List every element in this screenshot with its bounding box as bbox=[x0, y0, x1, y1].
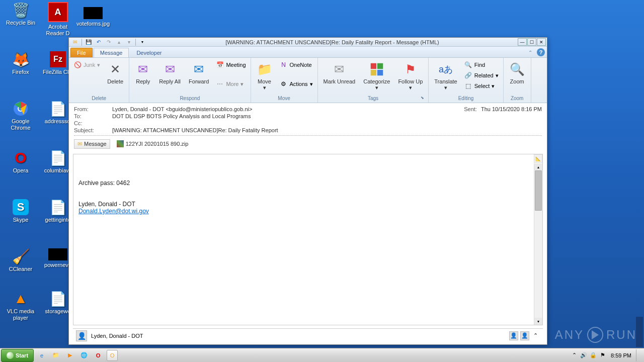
mark-unread-button[interactable]: ✉Mark Unread bbox=[320, 60, 359, 86]
chrome-icon bbox=[13, 101, 29, 117]
taskbar-ie[interactable]: e bbox=[36, 350, 47, 361]
meeting-button[interactable]: 📅Meeting bbox=[213, 60, 248, 70]
separator bbox=[82, 39, 82, 46]
desktop-icon-recycle-bin[interactable]: 🗑️Recycle Bin bbox=[3, 2, 38, 26]
select-button[interactable]: ⬚Select ▾ bbox=[462, 81, 501, 91]
quick-access-toolbar: ✉ 💾 ↶ ↷ ▴ ▾ ▼ bbox=[69, 38, 147, 46]
undo-button[interactable]: ↶ bbox=[94, 38, 103, 46]
ribbon-group-delete: 🚫Junk ▾ ✕Delete Delete bbox=[69, 58, 129, 103]
translate-button[interactable]: aあTranslate▾ bbox=[431, 60, 460, 92]
categorize-button[interactable]: Categorize▾ bbox=[360, 60, 393, 92]
vertical-scrollbar[interactable]: ▴ ▾ bbox=[534, 163, 542, 325]
desktop-icon-ccleaner[interactable]: 🧹CCleaner bbox=[3, 248, 38, 273]
followup-button[interactable]: ⚑Follow Up▾ bbox=[394, 60, 426, 92]
group-label: Respond bbox=[131, 95, 248, 102]
to-label: To: bbox=[74, 113, 112, 119]
tab-file[interactable]: File bbox=[70, 48, 93, 57]
attachment-file[interactable]: 122YJI 20201015 890.zip bbox=[113, 139, 192, 149]
svg-rect-4 bbox=[377, 63, 383, 69]
close-button[interactable]: ✕ bbox=[537, 38, 546, 46]
desktop-icon-skype[interactable]: SSkype bbox=[3, 199, 38, 223]
tray-show-desktop[interactable] bbox=[636, 349, 641, 361]
tab-developer[interactable]: Developer bbox=[130, 48, 168, 57]
opera-icon: O bbox=[13, 150, 29, 166]
desktop-icon-voteforms[interactable]: voteforms.jpg bbox=[75, 7, 111, 27]
ribbon-group-editing: aあTranslate▾ 🔍Find 🔗Related ▾ ⬚Select ▾ … bbox=[429, 58, 503, 103]
forward-button[interactable]: ✉Forward bbox=[185, 60, 212, 86]
dialog-launcher[interactable]: ⬊ bbox=[419, 96, 425, 102]
taskbar-explorer[interactable]: 📁 bbox=[50, 350, 61, 361]
forward-icon: ✉ bbox=[191, 61, 207, 77]
redo-button[interactable]: ↷ bbox=[104, 38, 113, 46]
desktop-icon-vlc[interactable]: ▲VLC media player bbox=[3, 291, 38, 321]
ribbon-tabs: File Message Developer ⌃ ? bbox=[69, 47, 547, 58]
minimize-button[interactable]: — bbox=[518, 38, 527, 46]
contact-thumb[interactable]: 👤 bbox=[520, 331, 529, 340]
move-button[interactable]: 📁Move▾ bbox=[253, 60, 276, 92]
related-icon: 🔗 bbox=[464, 71, 472, 79]
ruler-toggle[interactable]: 📐 bbox=[534, 154, 542, 163]
message-tab-button[interactable]: ✉Message bbox=[74, 139, 110, 149]
more-icon: ⋯ bbox=[216, 80, 224, 88]
onenote-button[interactable]: NOneNote bbox=[277, 60, 315, 70]
reply-all-icon: ✉ bbox=[162, 61, 178, 77]
help-button[interactable]: ? bbox=[537, 48, 545, 56]
label: Select bbox=[474, 83, 490, 89]
watermark-text: RUN bbox=[606, 328, 637, 342]
minimize-ribbon-button[interactable]: ⌃ bbox=[526, 48, 535, 56]
start-label: Start bbox=[16, 352, 28, 358]
svg-rect-5 bbox=[371, 70, 376, 75]
save-button[interactable]: 💾 bbox=[84, 38, 93, 46]
desktop-icon-acrobat[interactable]: AAcrobat Reader D bbox=[40, 2, 75, 37]
desktop-icon-firefox[interactable]: 🦊Firefox bbox=[3, 51, 38, 75]
cc-label: Cc: bbox=[74, 120, 112, 126]
scroll-thumb[interactable] bbox=[535, 170, 542, 211]
move-icon: 📁 bbox=[257, 61, 273, 77]
junk-button[interactable]: 🚫Junk ▾ bbox=[71, 60, 103, 70]
desktop-icon-chrome[interactable]: Google Chrome bbox=[3, 101, 38, 131]
label: Follow Up▾ bbox=[398, 78, 423, 90]
contact-avatar[interactable]: 👤 bbox=[76, 330, 87, 341]
actions-button[interactable]: ⚙Actions ▾ bbox=[277, 79, 315, 89]
zoom-button[interactable]: 🔍Zoom bbox=[506, 60, 529, 86]
tab-message[interactable]: Message bbox=[94, 48, 129, 57]
label: Categorize▾ bbox=[363, 78, 390, 90]
delete-button[interactable]: ✕Delete bbox=[104, 60, 127, 86]
desktop-icon-opera[interactable]: OOpera bbox=[3, 150, 38, 174]
envelope-icon: ✉ bbox=[77, 141, 82, 147]
message-content[interactable]: Archive pass: 0462 Lyden, Donald - DOT D… bbox=[73, 154, 532, 325]
body-text: Archive pass: 0462 bbox=[78, 179, 527, 187]
zoom-icon: 🔍 bbox=[509, 61, 525, 77]
previous-button[interactable]: ▴ bbox=[114, 38, 123, 46]
maximize-button[interactable]: ☐ bbox=[527, 38, 536, 46]
taskbar-clock[interactable]: 8:59 PM bbox=[609, 352, 633, 358]
image-file-icon bbox=[84, 7, 103, 19]
icon-label: Acrobat Reader D bbox=[40, 24, 75, 37]
signature-email-link[interactable]: Donald.Lyden@dot.wi.gov bbox=[78, 208, 149, 215]
taskbar-vlc[interactable]: ▶ bbox=[64, 350, 75, 361]
qat-customize[interactable]: ▼ bbox=[138, 38, 147, 46]
tray-network-icon[interactable]: 🔒 bbox=[590, 352, 597, 359]
reply-button[interactable]: ✉Reply bbox=[131, 60, 154, 86]
expand-people-pane[interactable]: ⌃ bbox=[531, 332, 540, 339]
tray-volume-icon[interactable]: 🔊 bbox=[580, 352, 587, 359]
taskbar-chrome[interactable]: 🌐 bbox=[78, 350, 90, 361]
find-button[interactable]: 🔍Find bbox=[462, 60, 501, 70]
taskbar-outlook-active[interactable]: O bbox=[107, 350, 118, 361]
start-button[interactable]: Start bbox=[1, 349, 34, 362]
reply-all-button[interactable]: ✉Reply All bbox=[155, 60, 184, 86]
label: Move▾ bbox=[258, 78, 271, 90]
next-button[interactable]: ▾ bbox=[124, 38, 133, 46]
tray-show-hidden[interactable]: ⌃ bbox=[571, 352, 578, 359]
scroll-down-button[interactable]: ▾ bbox=[534, 318, 542, 325]
subject-value: [WARNING: ATTACHMENT UNSCANNED]Re: Daily… bbox=[112, 127, 542, 133]
contact-thumb[interactable]: 👤 bbox=[509, 331, 518, 340]
more-button[interactable]: ⋯More ▾ bbox=[213, 79, 248, 89]
taskbar-opera[interactable]: O bbox=[93, 350, 104, 361]
label: More bbox=[226, 81, 238, 87]
tray-flag-icon[interactable]: ⚑ bbox=[599, 352, 606, 359]
label: Reply All bbox=[159, 78, 181, 84]
related-button[interactable]: 🔗Related ▾ bbox=[462, 70, 501, 80]
select-icon: ⬚ bbox=[464, 82, 472, 90]
scroll-up-button[interactable]: ▴ bbox=[534, 163, 542, 170]
